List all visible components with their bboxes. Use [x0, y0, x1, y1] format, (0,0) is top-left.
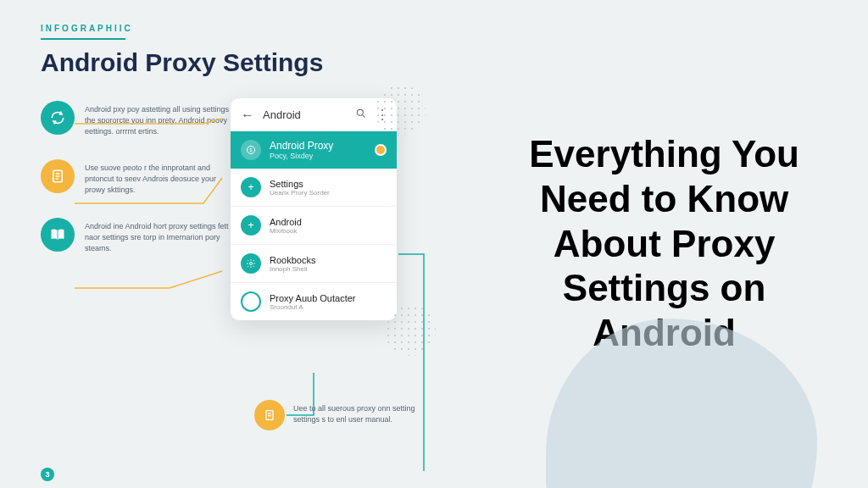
svg-line-5	[362, 114, 364, 117]
phone-mockup: ← Android ⋮ $ Android Proxy Pocy, Sixdey…	[231, 98, 397, 320]
row-sub: Sroondut A	[270, 303, 356, 311]
row-title: Proxy Auub Outacter	[270, 293, 356, 303]
divider	[41, 38, 125, 40]
back-arrow-icon[interactable]: ←	[241, 108, 254, 123]
info-text-4: Uee to all suerous proxy onn setting set…	[293, 400, 429, 425]
book-icon	[41, 218, 75, 252]
eyebrow-label: INFOGRAPHIIC	[41, 24, 460, 33]
clipboard-icon	[254, 400, 285, 430]
headline-panel: Everything You Need to Know About Proxy …	[477, 0, 868, 488]
info-text-1: Android pxy poy astetting all using sett…	[85, 101, 237, 137]
info-text-2: Use suove peoto r the innprotant and pnt…	[85, 159, 237, 196]
document-icon	[41, 159, 75, 193]
plus-icon: +	[241, 215, 261, 236]
row-sub: Mixrbook	[270, 227, 302, 235]
row-title: Android	[270, 217, 302, 227]
phone-active-row[interactable]: $ Android Proxy Pocy, Sixdey	[231, 131, 397, 169]
refresh-icon	[41, 101, 75, 135]
row-sub: Uearix Prory Sorder	[270, 189, 330, 197]
info-text-3: Android ine Android hort proxy settings …	[85, 218, 237, 254]
gear-icon	[241, 253, 261, 274]
svg-text:$: $	[250, 147, 253, 152]
phone-app-bar: ← Android ⋮	[231, 98, 397, 131]
phone-row-proxy-outacter[interactable]: Proxy Auub Outacter Sroondut A	[231, 283, 397, 320]
circle-icon	[241, 291, 261, 312]
search-icon[interactable]	[355, 108, 367, 122]
dot-decoration	[375, 85, 426, 136]
page-number: 3	[41, 468, 54, 481]
infographic-title: Android Proxy Settings	[41, 48, 460, 77]
proxy-icon: $	[241, 140, 261, 160]
row-title: Rookbocks	[270, 255, 315, 265]
radio-selected-icon	[375, 144, 387, 156]
phone-row-android[interactable]: + Android Mixrbook	[231, 207, 397, 245]
phone-app-title: Android	[263, 108, 347, 121]
dot-decoration	[385, 305, 436, 356]
row-title: Settings	[270, 179, 330, 189]
svg-point-4	[357, 109, 363, 115]
phone-row-settings[interactable]: + Settings Uearix Prory Sorder	[231, 169, 397, 207]
plus-icon: +	[241, 177, 261, 197]
infographic-panel: INFOGRAPHIIC Android Proxy Settings Andr…	[0, 0, 477, 488]
active-row-title: Android Proxy	[270, 140, 333, 152]
active-row-sub: Pocy, Sixdey	[270, 152, 333, 160]
info-block-4: Uee to all suerous proxy onn setting set…	[254, 400, 429, 430]
row-sub: Innoph Shell	[270, 265, 315, 273]
svg-point-8	[250, 263, 253, 265]
phone-row-rookbocks[interactable]: Rookbocks Innoph Shell	[231, 245, 397, 283]
